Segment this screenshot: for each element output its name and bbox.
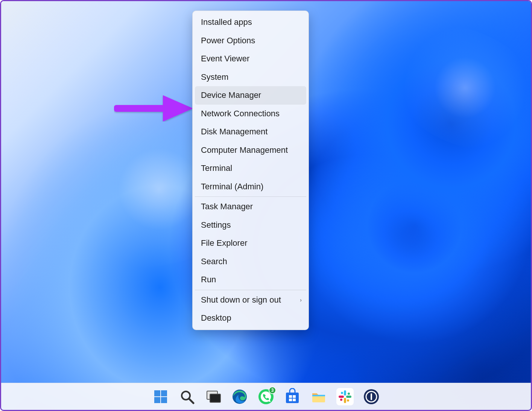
menu-item-label: Search [201, 257, 227, 266]
winx-context-menu[interactable]: Installed appsPower OptionsEvent ViewerS… [192, 11, 309, 330]
menu-item-task-manager[interactable]: Task Manager [195, 198, 306, 216]
menu-item-system[interactable]: System [195, 68, 306, 87]
menu-item-desktop[interactable]: Desktop [195, 309, 306, 327]
menu-item-label: Settings [201, 220, 231, 230]
start-icon [152, 388, 169, 405]
menu-item-label: Task Manager [201, 202, 253, 211]
menu-item-label: Computer Management [201, 145, 288, 155]
menu-item-label: File Explorer [201, 238, 247, 248]
menu-item-installed-apps[interactable]: Installed apps [195, 13, 306, 32]
menu-item-search[interactable]: Search [195, 253, 306, 271]
menu-item-label: System [201, 72, 228, 82]
chevron-right-icon: › [300, 291, 302, 309]
task-view-icon [205, 388, 222, 405]
microsoft-store-button[interactable] [283, 388, 301, 406]
store-icon [284, 388, 301, 405]
menu-item-terminal-admin[interactable]: Terminal (Admin) [195, 178, 306, 196]
menu-separator [195, 196, 306, 197]
menu-item-label: Run [201, 275, 216, 284]
menu-item-power-options[interactable]: Power Options [195, 32, 306, 50]
notification-badge: 3 [269, 387, 276, 394]
taskbar: 3 [1, 383, 531, 410]
explorer-icon [310, 388, 327, 405]
menu-item-run[interactable]: Run [195, 271, 306, 289]
menu-item-event-viewer[interactable]: Event Viewer [195, 50, 306, 68]
menu-item-label: Device Manager [201, 90, 261, 100]
menu-item-label: Power Options [201, 36, 255, 45]
onepassword-button[interactable] [362, 388, 380, 406]
menu-item-device-manager[interactable]: Device Manager [195, 86, 306, 105]
menu-item-label: Event Viewer [201, 54, 249, 63]
menu-item-terminal[interactable]: Terminal [195, 159, 306, 178]
menu-item-disk-management[interactable]: Disk Management [195, 123, 306, 141]
menu-item-computer-management[interactable]: Computer Management [195, 141, 306, 160]
menu-item-settings[interactable]: Settings [195, 216, 306, 234]
menu-item-shut-down-or-sign-out[interactable]: Shut down or sign out› [195, 291, 306, 309]
slack-button[interactable] [336, 388, 354, 406]
menu-item-label: Shut down or sign out [201, 295, 281, 304]
search-button[interactable] [178, 388, 196, 406]
menu-item-label: Desktop [201, 313, 231, 323]
edge-icon [231, 388, 248, 405]
menu-item-file-explorer[interactable]: File Explorer [195, 234, 306, 253]
menu-item-label: Disk Management [201, 127, 268, 136]
menu-item-label: Installed apps [201, 17, 252, 27]
menu-item-network-connections[interactable]: Network Connections [195, 105, 306, 123]
slack-icon [336, 388, 354, 405]
task-view-button[interactable] [204, 388, 222, 406]
file-explorer-button[interactable] [310, 388, 328, 406]
menu-item-label: Network Connections [201, 109, 280, 118]
menu-separator [195, 290, 306, 290]
menu-item-label: Terminal (Admin) [201, 182, 263, 191]
onepassword-icon [363, 388, 380, 405]
search-icon [178, 388, 196, 405]
start-button[interactable] [152, 388, 170, 406]
menu-item-label: Terminal [201, 163, 232, 173]
edge-browser-button[interactable] [231, 388, 249, 406]
whatsapp-button[interactable]: 3 [257, 388, 275, 406]
